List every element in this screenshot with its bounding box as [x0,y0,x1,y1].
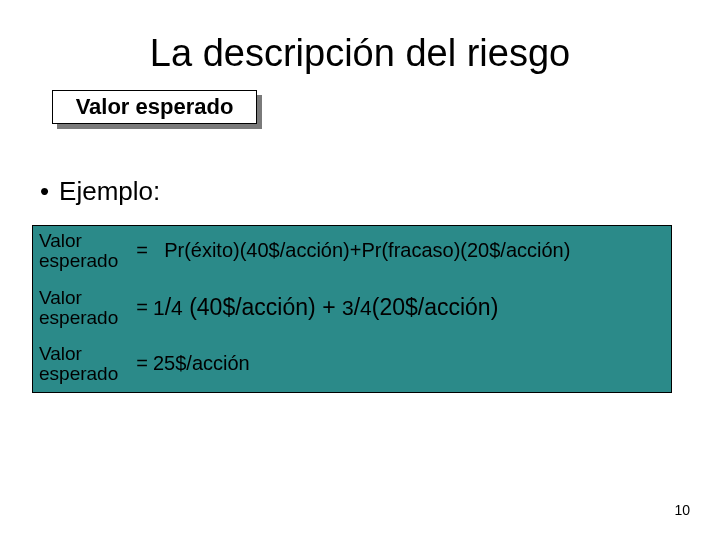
formula-rhs-1: Pr(éxito)(40$/acción)+Pr(fracaso)(20$/ac… [153,239,570,262]
formula-row-2: Valoresperado = 1/4 (40$/acción) + 3/4(2… [39,288,498,328]
formula-rhs-2: 1/4 (40$/acción) + 3/4(20$/acción) [153,294,498,321]
formula-row-1: Valoresperado = Pr(éxito)(40$/acción)+Pr… [39,231,570,271]
formula-panel: Valoresperado = Pr(éxito)(40$/acción)+Pr… [32,225,672,393]
bullet-text: Ejemplo: [59,176,160,206]
plus: + [322,294,335,320]
subtitle-box: Valor esperado [52,90,257,124]
frac1-num: 1 [153,296,165,319]
rhs1-text: Pr(éxito)(40$/acción)+Pr(fracaso)(20$/ac… [164,239,570,261]
formula-rhs-3: 25$/acción [153,352,250,375]
subtitle-label: Valor esperado [52,90,257,124]
frac2-num: 3 [342,296,354,319]
equals-3: = [131,352,153,375]
slide-title: La descripción del riesgo [0,32,720,75]
bullet-example: •Ejemplo: [40,176,160,207]
frac2-den: 4 [360,296,372,319]
equals-1: = [131,239,153,262]
formula-row-3: Valoresperado = 25$/acción [39,344,250,384]
formula-label-3: Valoresperado [39,344,131,384]
formula-label-2: Valoresperado [39,288,131,328]
frac1-den: 4 [171,296,183,319]
term1: (40$/acción) [189,294,316,320]
page-number: 10 [674,502,690,518]
formula-label-1: Valoresperado [39,231,131,271]
bullet-dot-icon: • [40,176,49,206]
slide: La descripción del riesgo Valor esperado… [0,0,720,540]
term2: (20$/acción) [372,294,499,320]
equals-2: = [131,296,153,319]
